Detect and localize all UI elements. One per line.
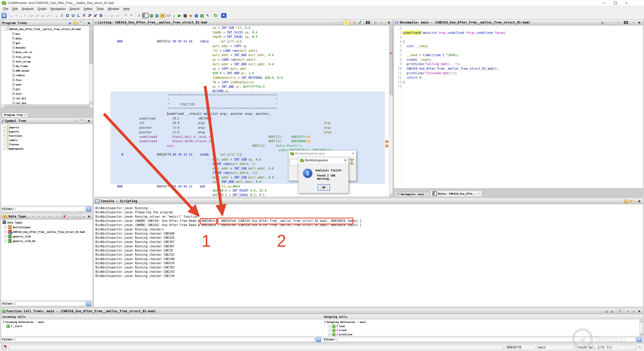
import-tree-icon[interactable]	[78, 21, 84, 25]
filter-options-icon[interactable]: ▸	[86, 206, 92, 212]
decompile-line[interactable]: 10 CWE416_Use_After_Free__malloc_free_st…	[396, 66, 643, 71]
save-icon[interactable]: ▤	[2, 13, 6, 18]
menu-graph[interactable]: Graph	[36, 7, 48, 11]
script-manager-icon[interactable]: ▤	[149, 13, 154, 18]
menu-file[interactable]: File	[1, 7, 10, 11]
back-caret-icon[interactable]: ▾	[15, 13, 18, 18]
data-type-close-icon[interactable]: ×	[86, 214, 92, 219]
define-function-icon[interactable]: F	[82, 13, 87, 18]
tab-bytes[interactable]: 10 01 Bytes: CWE416_Use_Afte... ×	[430, 191, 482, 196]
close-button[interactable]: ✕	[621, 0, 632, 6]
tree-item[interactable]: .got	[12, 41, 20, 45]
listing-line[interactable]: ****************************************…	[94, 93, 389, 98]
tree-item[interactable]: .fini	[12, 78, 22, 82]
listing-line[interactable]: pc = INT_AND pc, 0xfffffffe:4	[94, 85, 389, 89]
decompile-line[interactable]: 13}	[396, 80, 643, 84]
home-icon[interactable]: ⌂	[604, 309, 609, 314]
listing-line[interactable]: tmpZR = INT_EQUAL sp, 0:4	[94, 35, 389, 39]
console-output[interactable]: BinAbsInspector.java> Running...BinAbsIn…	[94, 204, 643, 307]
decompile-line[interactable]: 7 __seed = time((time_t *)0x0);	[396, 53, 643, 57]
incoming-calls-tree[interactable]: fIncoming References - main↷f_start	[1, 319, 322, 336]
call-tree-item-printLine[interactable]: +↷fprintLine	[328, 332, 352, 336]
listing-line[interactable]: mainXREF[3]:Entry Point(*),	[94, 144, 389, 148]
listing-line[interactable]: sp = COPY mult_addr	[94, 67, 389, 71]
listing-line[interactable]: pointerr1:4argvargv	[94, 126, 389, 130]
doc-icon-1[interactable]: ▱	[29, 13, 34, 18]
listing-settings-icon[interactable]: ▥	[373, 20, 378, 25]
data-type-archive[interactable]: +✓CWE416_Use_After_Free__malloc_free_str…	[4, 230, 85, 234]
dt-assoc-icon[interactable]: ⁘	[54, 214, 59, 219]
decompile-line[interactable]: 14	[396, 84, 643, 89]
expand-icon[interactable]: +	[328, 329, 331, 332]
decompile-line[interactable]: 5 uint __seed;	[396, 44, 643, 48]
call-tree-item-time[interactable]: +↷ftime	[328, 324, 345, 328]
listing-line[interactable]: undefined4Stack[-0x10]:4local_10XREF[1]:…	[94, 139, 389, 143]
expand-icon[interactable]: +	[4, 235, 7, 238]
undefine-function-icon[interactable]: F	[87, 13, 92, 18]
snapshot-icon[interactable]: ✎	[205, 13, 210, 18]
decompile-line[interactable]: 4{	[396, 40, 643, 44]
fct-close-icon[interactable]: ×	[637, 309, 642, 314]
register-table-icon[interactable]: ▦	[194, 13, 199, 18]
listing-line[interactable]: undefined __stdcall main(int argc, point…	[94, 112, 389, 116]
menu-navigation[interactable]: Navigation	[48, 7, 68, 11]
define-label-icon[interactable]: L	[76, 13, 81, 18]
listing-line[interactable]: $U0:4 = INT_AND pc, 1:4	[94, 71, 389, 75]
rename-icon[interactable]: ✎	[73, 119, 78, 123]
call-tree-root[interactable]: fOutgoing References - main	[324, 320, 366, 324]
program-trees-close-icon[interactable]: ×	[86, 21, 92, 25]
decompile-line[interactable]: 6	[396, 48, 643, 53]
symbol-tree-item-imports[interactable]: +Imports	[3, 125, 19, 130]
listing-line[interactable]: RETURN pc	[94, 89, 389, 93]
new-tree-icon[interactable]: ▦	[67, 21, 72, 25]
expand-icon[interactable]: +	[328, 325, 331, 328]
snapshot-camera-icon[interactable]	[365, 20, 370, 25]
symbol-tree-item-labels[interactable]: +Labels	[3, 138, 18, 142]
tree-item[interactable]: .text	[12, 82, 22, 87]
decompile-line[interactable]: 12 return 0;	[396, 75, 643, 80]
maximize-button[interactable]	[610, 0, 621, 6]
run-icon[interactable]: ▶	[177, 13, 182, 18]
tree-item[interactable]: .init_array	[12, 59, 31, 64]
listing-line[interactable]: $U2f00:1 = INT_EQUAL 0:1, 0:1	[94, 193, 389, 197]
symbol-tree-item-classes[interactable]: +Classes	[3, 142, 19, 147]
program-tree-hscrollbar[interactable]	[1, 104, 92, 108]
fct-depth-icon[interactable]: 5	[617, 309, 623, 314]
dt-menu-caret-icon[interactable]: ▾	[81, 214, 86, 219]
symbol-tree-item-exports[interactable]: +Exports	[3, 129, 19, 134]
bytes-view-icon[interactable]: 10 01	[142, 13, 148, 18]
redo-icon[interactable]: ↷	[129, 13, 134, 18]
fct-export-out-icon[interactable]: ⇲	[631, 309, 636, 314]
doc-icon-3[interactable]: ▱	[40, 13, 45, 18]
tab-close-icon[interactable]: ×	[24, 114, 26, 116]
symbol-import-icon[interactable]	[78, 119, 84, 123]
undo-icon[interactable]: ↶	[123, 13, 128, 18]
tab-decompile-main[interactable]: Cf Decompile: main ×	[394, 192, 429, 196]
expand-icon[interactable]: +	[3, 143, 6, 146]
status-edit-icon[interactable]: ✎	[637, 345, 642, 350]
remove-variable-icon[interactable]: V	[93, 13, 98, 18]
dt-back-caret-icon[interactable]: ▾	[36, 214, 41, 219]
forward-caret-icon[interactable]: ▾	[24, 13, 26, 18]
tree-item[interactable]: .data.rel.ro	[12, 50, 32, 54]
listing-line[interactable]: *FUNCTION*	[94, 102, 389, 107]
expand-icon[interactable]: +	[3, 139, 6, 142]
tab-program-tree[interactable]: Program Tree ×	[2, 113, 28, 117]
dt-back-icon[interactable]: ←	[31, 214, 36, 219]
expand-icon[interactable]: +	[4, 230, 7, 233]
symbol-filter-input[interactable]	[16, 207, 85, 211]
listing-line[interactable]: mult_addr = INT_ADD mult_addr, 4:4	[94, 62, 389, 66]
listing-line[interactable]: ****************************************…	[94, 107, 389, 111]
listing-line[interactable]: intr0:4argcargc	[94, 121, 389, 125]
back-icon[interactable]: ←	[10, 13, 15, 18]
outgoing-calls-tree[interactable]: fOutgoing References - main+↷ftime+↷fsra…	[322, 319, 640, 336]
tab-close-icon[interactable]: ×	[478, 192, 480, 195]
decompiler-icon[interactable]: Cf	[166, 13, 171, 18]
collapse-icon[interactable]: −	[3, 28, 6, 31]
merge-icon-1[interactable]: ▱	[109, 13, 114, 18]
filter-options-icon[interactable]: ▸	[316, 337, 321, 342]
keybinding-icon[interactable]: K	[221, 13, 226, 18]
re-decompile-icon[interactable]: ↻	[600, 20, 605, 25]
listing-line[interactable]: 008000107ec00 88 bd e8ldmiasp!,{r11 pc}	[94, 39, 389, 43]
tree-item[interactable]: .init	[12, 92, 22, 96]
